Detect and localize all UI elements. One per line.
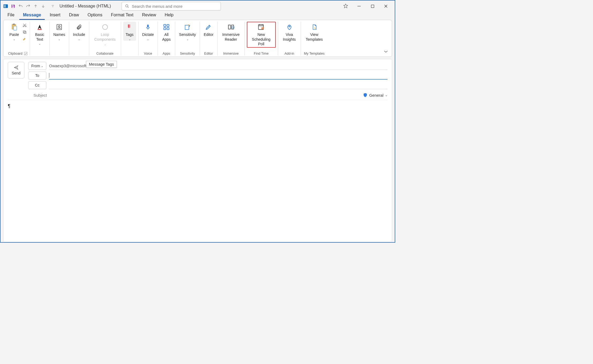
include-label: Include <box>73 32 85 37</box>
basic-text-button[interactable]: Basic Text ⌄ <box>32 22 47 45</box>
shield-icon <box>363 92 368 98</box>
cc-field[interactable] <box>49 81 387 89</box>
poll-label: New Scheduling Poll <box>248 32 274 47</box>
svg-rect-17 <box>38 29 42 30</box>
cc-button[interactable]: Cc <box>28 81 46 89</box>
tab-file[interactable]: File <box>4 12 18 20</box>
group-basic-text: Basic Text ⌄ <box>30 22 50 55</box>
redo-icon[interactable] <box>25 3 31 9</box>
tab-draw[interactable]: Draw <box>65 12 83 20</box>
group-immersive: Immersive Reader Immersive <box>218 22 245 55</box>
find-time-group-label: Find Time <box>254 51 268 55</box>
customize-qat-icon[interactable] <box>50 3 56 9</box>
search-container <box>122 2 221 10</box>
window-title: Untitled - Message (HTML) <box>59 4 111 9</box>
svg-rect-4 <box>12 6 14 8</box>
group-clipboard: Paste ⌄ Clipboard⤢ <box>6 22 30 55</box>
group-tags: Tags ⌄ <box>121 22 139 55</box>
chevron-down-icon: ⌄ <box>147 38 149 41</box>
apps-label: All Apps <box>162 32 171 42</box>
title-bar: Untitled - Message (HTML) <box>1 1 395 12</box>
tags-label: Tags <box>126 32 134 37</box>
viva-label: Viva Insights <box>282 32 297 42</box>
names-button[interactable]: Names ⌄ <box>52 22 67 41</box>
tab-review[interactable]: Review <box>138 12 160 20</box>
svg-rect-23 <box>167 24 169 27</box>
sensitivity-button[interactable]: Sensitivity ⌄ <box>177 22 197 41</box>
tab-message[interactable]: Message <box>19 12 45 20</box>
close-button[interactable] <box>383 3 389 9</box>
send-button[interactable]: Send <box>8 62 24 78</box>
svg-rect-16 <box>23 31 25 33</box>
group-find-time: New Scheduling Poll Find Time <box>245 22 278 55</box>
group-voice: Dictate ⌄ Voice <box>139 22 158 55</box>
dictate-label: Dictate <box>142 32 154 37</box>
save-icon[interactable] <box>10 3 16 9</box>
copy-icon[interactable] <box>22 29 28 35</box>
basic-text-label: Basic Text <box>34 32 46 42</box>
collaborate-group-label: Collaborate <box>96 51 114 55</box>
sensitivity-badge[interactable]: General ⌄ <box>363 92 387 98</box>
editor-label: Editor <box>204 32 214 37</box>
addin-group-label: Add-in <box>285 51 294 55</box>
svg-rect-24 <box>164 28 166 30</box>
tags-button[interactable]: Tags ⌄ <box>123 22 136 41</box>
ribbon-tabs: File Message Insert Draw Options Format … <box>1 12 395 20</box>
format-painter-icon[interactable] <box>22 36 28 42</box>
to-button[interactable]: To <box>28 72 46 80</box>
search-icon <box>125 4 129 8</box>
paragraph-mark: ¶ <box>8 103 10 109</box>
ribbon-collapse-icon[interactable] <box>384 49 388 54</box>
subject-input[interactable] <box>47 93 363 97</box>
svg-rect-15 <box>24 31 26 33</box>
group-include: Include ⌄ <box>69 22 89 55</box>
premium-icon[interactable] <box>343 3 349 9</box>
view-templates-button[interactable]: View Templates <box>303 22 326 42</box>
immersive-group-label: Immersive <box>223 51 239 55</box>
maximize-button[interactable] <box>370 3 375 9</box>
svg-rect-21 <box>147 25 149 28</box>
minimize-button[interactable] <box>356 3 362 9</box>
undo-icon[interactable] <box>18 3 24 9</box>
to-field[interactable] <box>49 72 387 80</box>
window-controls <box>343 3 393 9</box>
chevron-down-icon: ⌄ <box>41 65 43 67</box>
sensitivity-label: Sensitivity <box>179 32 196 37</box>
loop-label: Loop Components <box>94 32 115 42</box>
chevron-down-icon: ⌄ <box>129 38 131 41</box>
clipboard-group-label: Clipboard <box>8 52 23 55</box>
outlook-icon <box>3 3 9 9</box>
cut-icon[interactable] <box>22 22 28 28</box>
svg-rect-22 <box>164 24 166 27</box>
immersive-reader-button[interactable]: Immersive Reader <box>220 22 242 42</box>
names-label: Names <box>53 32 65 37</box>
paste-button[interactable]: Paste ⌄ <box>8 22 21 41</box>
editor-group-label: Editor <box>204 51 213 55</box>
viva-insights-button[interactable]: Viva Insights <box>280 22 299 42</box>
previous-item-icon[interactable] <box>33 3 39 9</box>
dictate-button[interactable]: Dictate ⌄ <box>141 22 156 41</box>
search-box[interactable] <box>122 2 221 10</box>
subject-label: Subject <box>33 93 47 97</box>
tooltip-message-tags: Message Tags <box>86 61 117 68</box>
ribbon: Paste ⌄ Clipboard⤢ Basic Text ⌄ <box>3 20 392 57</box>
tab-help[interactable]: Help <box>161 12 177 20</box>
group-sensitivity: Sensitivity ⌄ Sensitivity <box>175 22 200 55</box>
send-icon <box>13 65 19 70</box>
tab-format-text[interactable]: Format Text <box>107 12 137 20</box>
clipboard-launcher-icon[interactable]: ⤢ <box>24 52 27 55</box>
next-item-icon[interactable] <box>40 3 46 9</box>
search-input[interactable] <box>132 4 217 9</box>
tab-insert[interactable]: Insert <box>46 12 64 20</box>
all-apps-button[interactable]: All Apps <box>160 22 173 42</box>
group-addin: Viva Insights Add-in <box>278 22 301 55</box>
svg-rect-12 <box>14 26 17 30</box>
new-scheduling-poll-button[interactable]: New Scheduling Poll <box>247 22 276 48</box>
editor-button[interactable]: Editor <box>202 22 215 37</box>
from-button[interactable]: From ⌄ <box>28 62 46 70</box>
svg-point-30 <box>289 26 290 27</box>
message-body[interactable]: ¶ <box>8 100 387 112</box>
include-button[interactable]: Include ⌄ <box>71 22 87 41</box>
tab-options[interactable]: Options <box>84 12 106 20</box>
chevron-down-icon: ⌄ <box>13 38 15 41</box>
